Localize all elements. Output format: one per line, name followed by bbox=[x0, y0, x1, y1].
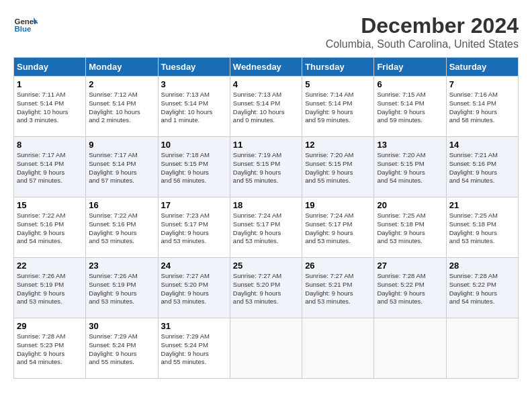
weekday-header-wednesday: Wednesday bbox=[230, 58, 302, 77]
calendar-cell: 17Sunrise: 7:23 AM Sunset: 5:17 PM Dayli… bbox=[158, 197, 230, 258]
calendar-table: SundayMondayTuesdayWednesdayThursdayFrid… bbox=[13, 57, 519, 379]
calendar-cell: 9Sunrise: 7:17 AM Sunset: 5:14 PM Daylig… bbox=[86, 137, 158, 197]
calendar-cell: 4Sunrise: 7:13 AM Sunset: 5:14 PM Daylig… bbox=[230, 77, 302, 137]
day-info: Sunrise: 7:27 AM Sunset: 5:20 PM Dayligh… bbox=[233, 272, 299, 306]
calendar-cell: 16Sunrise: 7:22 AM Sunset: 5:16 PM Dayli… bbox=[86, 197, 158, 258]
weekday-header-friday: Friday bbox=[374, 58, 446, 77]
day-info: Sunrise: 7:26 AM Sunset: 5:19 PM Dayligh… bbox=[89, 272, 154, 306]
day-number: 21 bbox=[449, 200, 515, 210]
page-subtitle: Columbia, South Carolina, United States bbox=[326, 38, 519, 50]
day-number: 17 bbox=[161, 200, 227, 210]
day-info: Sunrise: 7:28 AM Sunset: 5:22 PM Dayligh… bbox=[377, 272, 443, 306]
calendar-cell: 15Sunrise: 7:22 AM Sunset: 5:16 PM Dayli… bbox=[14, 197, 86, 258]
day-info: Sunrise: 7:26 AM Sunset: 5:19 PM Dayligh… bbox=[17, 272, 83, 306]
page-header: General Blue December 2024 Columbia, Sou… bbox=[13, 13, 519, 50]
calendar-cell: 11Sunrise: 7:19 AM Sunset: 5:15 PM Dayli… bbox=[230, 137, 302, 197]
calendar-cell: 12Sunrise: 7:20 AM Sunset: 5:15 PM Dayli… bbox=[302, 137, 374, 197]
calendar-cell: 5Sunrise: 7:14 AM Sunset: 5:14 PM Daylig… bbox=[302, 77, 374, 137]
calendar-cell: 28Sunrise: 7:28 AM Sunset: 5:22 PM Dayli… bbox=[446, 258, 518, 318]
calendar-cell: 3Sunrise: 7:13 AM Sunset: 5:14 PM Daylig… bbox=[158, 77, 230, 137]
calendar-cell: 19Sunrise: 7:24 AM Sunset: 5:17 PM Dayli… bbox=[302, 197, 374, 258]
day-info: Sunrise: 7:14 AM Sunset: 5:14 PM Dayligh… bbox=[305, 91, 371, 125]
weekday-header-thursday: Thursday bbox=[302, 58, 374, 77]
title-area: December 2024 Columbia, South Carolina, … bbox=[326, 13, 519, 50]
day-number: 14 bbox=[449, 140, 515, 150]
day-info: Sunrise: 7:18 AM Sunset: 5:15 PM Dayligh… bbox=[161, 151, 227, 185]
day-number: 5 bbox=[305, 79, 371, 89]
day-number: 18 bbox=[233, 200, 299, 210]
day-info: Sunrise: 7:27 AM Sunset: 5:21 PM Dayligh… bbox=[305, 272, 371, 306]
calendar-cell: 2Sunrise: 7:12 AM Sunset: 5:14 PM Daylig… bbox=[86, 77, 158, 137]
day-number: 11 bbox=[233, 140, 299, 150]
day-number: 20 bbox=[377, 200, 443, 210]
day-number: 13 bbox=[377, 140, 443, 150]
page-title: December 2024 bbox=[326, 13, 519, 38]
day-info: Sunrise: 7:11 AM Sunset: 5:14 PM Dayligh… bbox=[17, 91, 83, 125]
calendar-cell: 29Sunrise: 7:28 AM Sunset: 5:23 PM Dayli… bbox=[14, 318, 86, 379]
weekday-header-monday: Monday bbox=[86, 58, 158, 77]
day-number: 4 bbox=[233, 79, 299, 89]
day-number: 30 bbox=[89, 321, 154, 331]
day-info: Sunrise: 7:20 AM Sunset: 5:15 PM Dayligh… bbox=[305, 151, 371, 185]
svg-text:Blue: Blue bbox=[14, 25, 32, 33]
day-number: 2 bbox=[89, 79, 154, 89]
day-number: 15 bbox=[17, 200, 83, 210]
weekday-header-sunday: Sunday bbox=[14, 58, 86, 77]
day-info: Sunrise: 7:17 AM Sunset: 5:14 PM Dayligh… bbox=[89, 151, 154, 185]
calendar-cell: 22Sunrise: 7:26 AM Sunset: 5:19 PM Dayli… bbox=[14, 258, 86, 318]
calendar-cell: 18Sunrise: 7:24 AM Sunset: 5:17 PM Dayli… bbox=[230, 197, 302, 258]
day-info: Sunrise: 7:20 AM Sunset: 5:15 PM Dayligh… bbox=[377, 151, 443, 185]
calendar-cell: 30Sunrise: 7:29 AM Sunset: 5:24 PM Dayli… bbox=[86, 318, 158, 379]
day-info: Sunrise: 7:28 AM Sunset: 5:22 PM Dayligh… bbox=[449, 272, 515, 306]
day-info: Sunrise: 7:13 AM Sunset: 5:14 PM Dayligh… bbox=[161, 91, 227, 125]
day-info: Sunrise: 7:24 AM Sunset: 5:17 PM Dayligh… bbox=[305, 212, 371, 246]
day-number: 25 bbox=[233, 261, 299, 271]
day-info: Sunrise: 7:28 AM Sunset: 5:23 PM Dayligh… bbox=[17, 332, 83, 367]
day-number: 28 bbox=[449, 261, 515, 271]
calendar-cell: 13Sunrise: 7:20 AM Sunset: 5:15 PM Dayli… bbox=[374, 137, 446, 197]
logo-icon: General Blue bbox=[13, 13, 38, 38]
day-number: 10 bbox=[161, 140, 227, 150]
calendar-cell: 25Sunrise: 7:27 AM Sunset: 5:20 PM Dayli… bbox=[230, 258, 302, 318]
day-info: Sunrise: 7:16 AM Sunset: 5:14 PM Dayligh… bbox=[449, 91, 515, 125]
day-info: Sunrise: 7:27 AM Sunset: 5:20 PM Dayligh… bbox=[161, 272, 227, 306]
calendar-cell: 7Sunrise: 7:16 AM Sunset: 5:14 PM Daylig… bbox=[446, 77, 518, 137]
day-number: 24 bbox=[161, 261, 227, 271]
calendar-cell: 27Sunrise: 7:28 AM Sunset: 5:22 PM Dayli… bbox=[374, 258, 446, 318]
day-number: 22 bbox=[17, 261, 83, 271]
day-info: Sunrise: 7:22 AM Sunset: 5:16 PM Dayligh… bbox=[17, 212, 83, 246]
day-number: 7 bbox=[449, 79, 515, 89]
logo: General Blue bbox=[13, 13, 38, 38]
day-number: 6 bbox=[377, 79, 443, 89]
calendar-cell: 24Sunrise: 7:27 AM Sunset: 5:20 PM Dayli… bbox=[158, 258, 230, 318]
calendar-cell: 26Sunrise: 7:27 AM Sunset: 5:21 PM Dayli… bbox=[302, 258, 374, 318]
day-info: Sunrise: 7:22 AM Sunset: 5:16 PM Dayligh… bbox=[89, 212, 154, 246]
day-info: Sunrise: 7:24 AM Sunset: 5:17 PM Dayligh… bbox=[233, 212, 299, 246]
day-number: 27 bbox=[377, 261, 443, 271]
calendar-cell bbox=[374, 318, 446, 379]
calendar-cell: 8Sunrise: 7:17 AM Sunset: 5:14 PM Daylig… bbox=[14, 137, 86, 197]
day-number: 1 bbox=[17, 79, 83, 89]
day-number: 12 bbox=[305, 140, 371, 150]
day-info: Sunrise: 7:13 AM Sunset: 5:14 PM Dayligh… bbox=[233, 91, 299, 125]
day-info: Sunrise: 7:29 AM Sunset: 5:24 PM Dayligh… bbox=[89, 332, 154, 367]
calendar-cell bbox=[230, 318, 302, 379]
weekday-header-tuesday: Tuesday bbox=[158, 58, 230, 77]
day-info: Sunrise: 7:21 AM Sunset: 5:16 PM Dayligh… bbox=[449, 151, 515, 185]
calendar-cell: 10Sunrise: 7:18 AM Sunset: 5:15 PM Dayli… bbox=[158, 137, 230, 197]
day-info: Sunrise: 7:25 AM Sunset: 5:18 PM Dayligh… bbox=[377, 212, 443, 246]
calendar-cell: 14Sunrise: 7:21 AM Sunset: 5:16 PM Dayli… bbox=[446, 137, 518, 197]
day-number: 29 bbox=[17, 321, 83, 331]
day-info: Sunrise: 7:12 AM Sunset: 5:14 PM Dayligh… bbox=[89, 91, 154, 125]
calendar-cell: 31Sunrise: 7:29 AM Sunset: 5:24 PM Dayli… bbox=[158, 318, 230, 379]
weekday-header-saturday: Saturday bbox=[446, 58, 518, 77]
day-number: 19 bbox=[305, 200, 371, 210]
day-number: 31 bbox=[161, 321, 227, 331]
calendar-cell bbox=[446, 318, 518, 379]
day-number: 3 bbox=[161, 79, 227, 89]
day-number: 8 bbox=[17, 140, 83, 150]
day-info: Sunrise: 7:29 AM Sunset: 5:24 PM Dayligh… bbox=[161, 332, 227, 367]
day-number: 26 bbox=[305, 261, 371, 271]
calendar-cell: 20Sunrise: 7:25 AM Sunset: 5:18 PM Dayli… bbox=[374, 197, 446, 258]
day-info: Sunrise: 7:25 AM Sunset: 5:18 PM Dayligh… bbox=[449, 212, 515, 246]
